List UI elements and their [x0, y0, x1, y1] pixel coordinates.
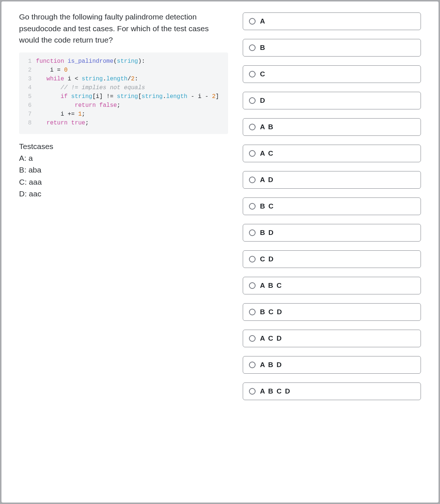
answer-option[interactable]: A — [243, 12, 421, 30]
radio-icon — [249, 229, 256, 236]
code-content: i = 0 — [36, 67, 67, 73]
answer-option[interactable]: D — [243, 92, 421, 109]
testcases-header: Testcases — [19, 142, 228, 151]
radio-icon — [249, 44, 256, 51]
line-number: 7 — [25, 110, 32, 119]
code-line: 1function is_palindrome(string): — [25, 57, 222, 66]
answer-option[interactable]: A C D — [243, 330, 421, 347]
answer-option[interactable]: A B — [243, 118, 421, 136]
answer-option-label: A C D — [260, 334, 282, 342]
answer-option-label: B D — [260, 229, 274, 237]
code-content: return true; — [36, 120, 89, 126]
radio-icon — [249, 335, 256, 342]
columns: Go through the following faulty palindro… — [19, 11, 421, 400]
code-content: while i < string.length/2: — [36, 76, 138, 82]
answer-option[interactable]: B C — [243, 197, 421, 215]
answer-option-label: A — [260, 17, 266, 25]
code-line: 5 if string[i] != string[string.length -… — [25, 92, 222, 101]
radio-icon — [249, 124, 256, 130]
answer-option-label: C D — [260, 255, 274, 263]
testcase-item: D: aac — [19, 188, 228, 200]
code-content: // != implies not equals — [36, 84, 145, 91]
code-content: i += 1; — [36, 111, 85, 117]
answer-option-label: A B D — [260, 361, 282, 369]
options-column: ABCDA BA CA DB CB DC DA B CB C DA C DA B… — [243, 11, 421, 400]
code-line: 2 i = 0 — [25, 66, 222, 75]
answer-option[interactable]: A B C D — [243, 382, 421, 400]
answer-option[interactable]: B D — [243, 224, 421, 242]
line-number: 4 — [25, 83, 32, 92]
answer-option-label: B C — [260, 202, 274, 210]
line-number: 1 — [25, 57, 32, 66]
testcase-item: A: a — [19, 152, 228, 164]
left-column: Go through the following faulty palindro… — [19, 11, 228, 400]
testcase-item: C: aaa — [19, 176, 228, 188]
code-line: 6 return false; — [25, 101, 222, 110]
radio-icon — [249, 362, 256, 368]
line-number: 5 — [25, 92, 32, 101]
answer-option[interactable]: A C — [243, 145, 421, 162]
answer-option-label: A C — [260, 149, 274, 157]
radio-icon — [249, 177, 256, 183]
answer-option-label: A D — [260, 176, 274, 184]
line-number: 8 — [25, 119, 32, 127]
answer-option[interactable]: A B D — [243, 356, 421, 374]
code-content: return false; — [36, 102, 120, 109]
radio-icon — [249, 388, 256, 395]
answer-option[interactable]: C — [243, 65, 421, 83]
code-block: 1function is_palindrome(string):2 i = 03… — [19, 52, 228, 134]
radio-icon — [249, 97, 256, 104]
line-number: 3 — [25, 75, 32, 83]
line-number: 6 — [25, 101, 32, 110]
radio-icon — [249, 150, 256, 157]
answer-option-label: B — [260, 44, 266, 52]
radio-icon — [249, 282, 256, 289]
line-number: 2 — [25, 66, 32, 75]
code-content: if string[i] != string[string.length - i… — [36, 93, 219, 100]
code-line: 3 while i < string.length/2: — [25, 75, 222, 83]
answer-option[interactable]: B C D — [243, 303, 421, 321]
answer-option[interactable]: A D — [243, 171, 421, 189]
radio-icon — [249, 71, 256, 77]
answer-option-label: C — [260, 70, 266, 78]
question-card: Go through the following faulty palindro… — [0, 0, 440, 504]
answer-option-label: A B — [260, 123, 274, 131]
answer-option[interactable]: A B C — [243, 277, 421, 294]
question-text: Go through the following faulty palindro… — [19, 11, 228, 46]
testcase-item: B: aba — [19, 164, 228, 176]
answer-option-label: A B C — [260, 282, 282, 290]
code-line: 8 return true; — [25, 119, 222, 127]
answer-option[interactable]: B — [243, 39, 421, 57]
answer-option[interactable]: C D — [243, 250, 421, 268]
radio-icon — [249, 18, 256, 25]
testcases-list: A: aB: abaC: aaaD: aac — [19, 152, 228, 200]
code-line: 4 // != implies not equals — [25, 83, 222, 92]
radio-icon — [249, 256, 256, 262]
radio-icon — [249, 309, 256, 315]
answer-option-label: D — [260, 97, 266, 105]
radio-icon — [249, 203, 256, 210]
code-line: 7 i += 1; — [25, 110, 222, 119]
answer-option-label: A B C D — [260, 387, 291, 395]
answer-option-label: B C D — [260, 308, 283, 316]
code-content: function is_palindrome(string): — [36, 58, 145, 65]
